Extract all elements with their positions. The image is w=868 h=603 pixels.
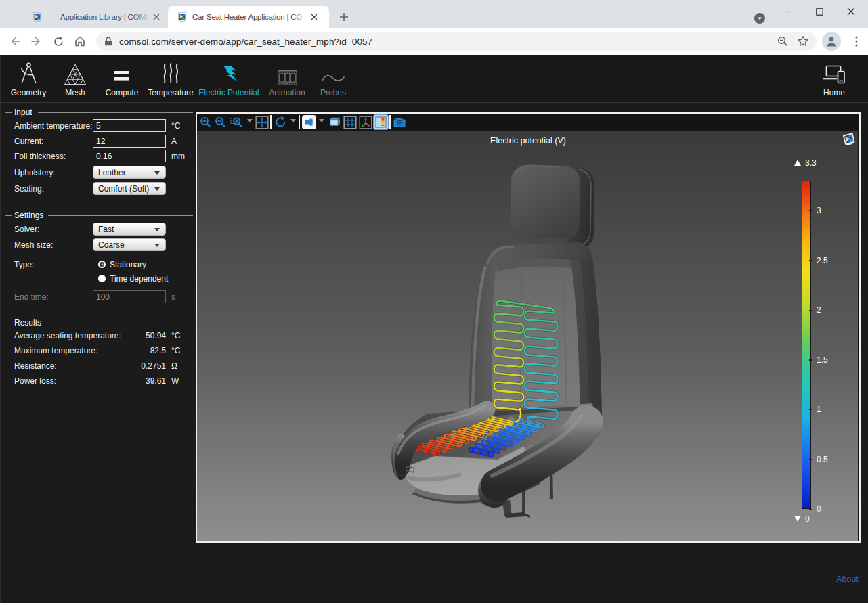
seat-3d-render[interactable]	[197, 131, 858, 541]
comsol-app: Geometry Mesh Compute Temperature Electr…	[0, 55, 868, 603]
window-close-icon	[847, 7, 855, 16]
result-average-temperature: Average seating temperature: 50.94 °C	[1, 329, 196, 342]
zoom-dropdown-arrow[interactable]	[247, 119, 253, 122]
foil-thickness-input[interactable]	[93, 150, 166, 162]
solver-dropdown[interactable]: Fast	[93, 223, 166, 236]
result-resistance: Resistance: 0.2751 Ω	[1, 359, 196, 372]
ribbon-mesh[interactable]: Mesh	[56, 60, 94, 101]
lock-icon[interactable]	[104, 37, 112, 46]
grid-icon	[343, 116, 357, 129]
tab-close-button[interactable]	[151, 12, 162, 22]
close-x-icon	[311, 14, 318, 20]
legend-min: 0	[794, 514, 810, 524]
scene-light-icon	[303, 116, 315, 128]
axes-button[interactable]	[358, 115, 372, 129]
plot-title: Electric potential (V)	[197, 136, 859, 146]
zoom-level-icon[interactable]	[776, 35, 789, 47]
ribbon-animation[interactable]: Animation	[265, 60, 309, 101]
chevron-down-icon	[154, 187, 160, 191]
input-sidebar: Input Ambient temperature: °C Current: A…	[1, 104, 196, 603]
zoom-box-button[interactable]	[230, 115, 244, 129]
reload-icon	[53, 36, 64, 47]
ribbon-temperature[interactable]: Temperature	[146, 60, 196, 101]
end-time-input[interactable]	[93, 290, 166, 303]
field-ambient-temperature: Ambient temperature: °C	[1, 119, 196, 132]
section-settings: Settings	[1, 210, 196, 219]
ribbon-probes[interactable]: Probes	[315, 60, 351, 101]
legend-max: 3.3	[794, 158, 817, 168]
zoom-box-icon	[230, 116, 243, 129]
browser-menu-button[interactable]	[847, 32, 866, 51]
mesh-size-dropdown[interactable]: Coarse	[93, 238, 166, 251]
radio-button-icon[interactable]	[98, 275, 106, 282]
zoom-extents-button[interactable]	[255, 115, 269, 129]
field-current: Current: A	[1, 135, 196, 148]
address-bar[interactable]: comsol.com/server-demo/app/car_seat_heat…	[96, 32, 817, 51]
profile-avatar[interactable]	[822, 32, 841, 51]
current-input[interactable]	[93, 135, 166, 148]
forward-button[interactable]	[27, 32, 46, 51]
bookmark-star-icon[interactable]	[796, 35, 810, 47]
graphics-panel: Electric potential (V) 3.3 3 2.5 2 1.5 1…	[196, 112, 861, 543]
upholstery-dropdown[interactable]: Leather	[93, 166, 166, 179]
legend-tick: 3	[817, 206, 821, 215]
tab-close-button[interactable]	[309, 12, 320, 22]
browser-toolbar: comsol.com/server-demo/app/car_seat_heat…	[0, 28, 868, 55]
seating-dropdown[interactable]: Comfort (Soft)	[93, 182, 166, 195]
back-button[interactable]	[5, 32, 24, 51]
graphics-toolbar	[197, 114, 859, 131]
legend-tick: 0.5	[817, 455, 828, 464]
app-ribbon: Geometry Mesh Compute Temperature Electr…	[1, 55, 868, 103]
window-maximize-icon	[816, 8, 823, 16]
tab-search-button[interactable]	[754, 13, 765, 24]
ribbon-geometry[interactable]: Geometry	[10, 60, 47, 101]
window-minimize-icon	[784, 8, 791, 16]
tab-search-icon	[754, 13, 765, 24]
ribbon-home[interactable]: Home	[815, 60, 853, 101]
zoom-in-button[interactable]	[198, 115, 213, 129]
about-link[interactable]: About	[836, 575, 859, 584]
tab-car-seat-heater[interactable]: Car Seat Heater Application | CO	[168, 6, 329, 28]
radio-time-dependent[interactable]: Time dependent	[1, 274, 196, 284]
legend-tick: 2	[817, 305, 821, 315]
reset-view-button[interactable]	[274, 115, 288, 129]
scene-light-dropdown-arrow[interactable]	[319, 119, 324, 122]
triangle-down-icon	[794, 516, 801, 522]
radio-button-icon[interactable]	[98, 261, 106, 268]
scene-light-button[interactable]	[302, 115, 316, 129]
ribbon-compute[interactable]: Compute	[102, 60, 142, 101]
color-legend-button[interactable]	[374, 115, 388, 129]
snapshot-button[interactable]	[392, 115, 406, 129]
legend-tickmark	[809, 359, 812, 361]
transparency-button[interactable]	[326, 115, 341, 129]
chevron-down-icon	[154, 171, 160, 175]
window-minimize-button[interactable]	[772, 0, 803, 23]
result-maximum-temperature: Maximum temperature: 82.5 °C	[1, 344, 196, 357]
zoom-in-icon	[200, 116, 212, 129]
radio-stationary[interactable]: Stationary	[1, 260, 196, 269]
new-tab-button[interactable]	[336, 9, 352, 25]
window-close-button[interactable]	[836, 0, 867, 23]
result-power-loss: Power loss: 39.61 W	[1, 374, 196, 387]
window-maximize-button[interactable]	[804, 0, 835, 23]
legend-tick: 0	[817, 504, 821, 514]
reset-view-dropdown-arrow[interactable]	[290, 119, 296, 122]
forward-icon	[30, 35, 43, 47]
snapshot-icon	[393, 116, 406, 128]
ribbon-electric-potential[interactable]: Electric Potential	[194, 60, 264, 101]
section-results: Results	[1, 318, 196, 326]
ambient-temperature-input[interactable]	[93, 119, 166, 132]
legend-tickmark	[809, 459, 812, 460]
tab-application-library[interactable]: Application Library | COMSOL Se	[19, 6, 167, 28]
color-legend-icon	[374, 116, 387, 129]
grid-button[interactable]	[343, 115, 357, 129]
chevron-down-icon	[154, 228, 160, 231]
animation-filmstrip-icon	[265, 60, 309, 85]
plot-canvas[interactable]: Electric potential (V) 3.3 3 2.5 2 1.5 1…	[197, 131, 859, 541]
url-text[interactable]: comsol.com/server-demo/app/car_seat_heat…	[119, 37, 776, 47]
zoom-out-button[interactable]	[213, 115, 227, 129]
browser-home-button[interactable]	[70, 32, 89, 51]
field-seating: Seating: Comfort (Soft)	[1, 182, 196, 195]
probes-wave-icon	[315, 60, 351, 85]
reload-button[interactable]	[49, 32, 68, 51]
